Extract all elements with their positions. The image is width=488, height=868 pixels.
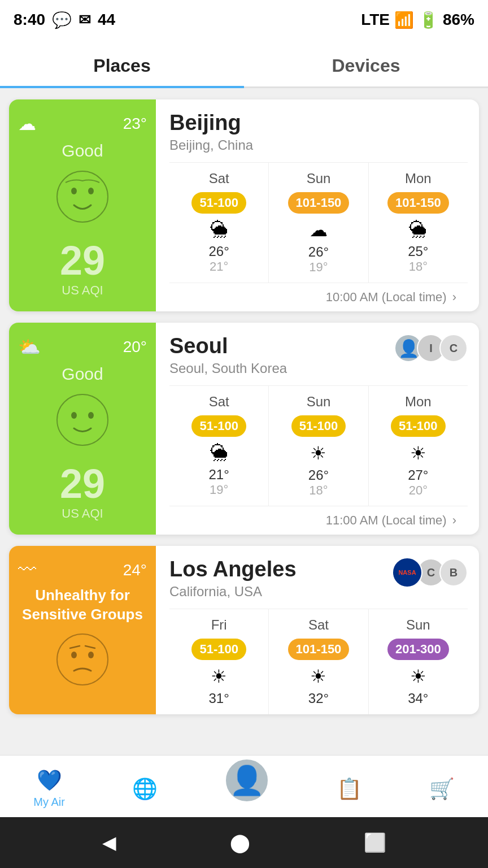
card-footer-seoul[interactable]: 11:00 AM (Local time) › xyxy=(169,506,468,535)
forecast-day-mon-seoul: Mon 51-100 ☀ 27° 20° xyxy=(369,386,468,506)
city-header-beijing: Beijing Beijing, China xyxy=(169,111,468,153)
face-icon-losangeles xyxy=(54,631,111,695)
gmail-icon: ✉ xyxy=(79,11,91,29)
avatar-b-losangeles: B xyxy=(439,558,468,587)
aqi-panel-losangeles: 〰 24° Unhealthy for Sensitive Groups xyxy=(9,546,156,714)
svg-point-6 xyxy=(57,634,108,685)
aqi-label-seoul: US AQI xyxy=(62,506,103,521)
aqi-number-seoul: 29 xyxy=(60,463,105,504)
tab-devices[interactable]: Devices xyxy=(244,40,488,86)
cart-icon: 🛒 xyxy=(429,777,455,801)
time: 8:40 xyxy=(14,11,45,29)
recent-button[interactable]: ⬜ xyxy=(364,832,386,853)
signal-icon: 📶 xyxy=(394,11,414,29)
face-icon-beijing xyxy=(54,168,111,232)
aqi-panel-beijing: ☁ 23° Good 29 US AQI xyxy=(9,99,156,311)
aqi-panel-seoul: ⛅ 20° Good 29 US AQI xyxy=(9,323,156,535)
nav-globe[interactable]: 🌐 xyxy=(132,777,158,801)
temp-seoul: 20° xyxy=(123,338,147,356)
bottom-nav: 💙 My Air 🌐 👤 📋 🛒 xyxy=(0,755,488,817)
svg-point-8 xyxy=(88,652,94,658)
notification-count: 44 xyxy=(98,11,115,29)
svg-point-2 xyxy=(88,188,94,194)
cloud-icon-seoul: ⛅ xyxy=(18,336,41,358)
aqi-top-seoul: ⛅ 20° xyxy=(18,336,147,358)
status-left: 8:40 💬 ✉ 44 xyxy=(14,11,115,29)
city-title-losangeles: Los Angeles California, USA xyxy=(169,557,297,600)
avatars-seoul: 👤 I C xyxy=(394,334,468,362)
temp-losangeles: 24° xyxy=(123,561,147,579)
forecast-grid-seoul: Sat 51-100 🌦 21° 19° Sun 51-100 ☀ 26° 18… xyxy=(169,385,468,506)
avatar-c-seoul: C xyxy=(439,334,468,362)
heart-icon: 💙 xyxy=(37,769,62,792)
forecast-grid-beijing: Sat 51-100 🌦 26° 21° Sun 101-150 ☁ 26° 1… xyxy=(169,162,468,283)
info-panel-beijing: Beijing Beijing, China Sat 51-100 🌦 26° … xyxy=(156,99,479,311)
avatars-losangeles: NASA C B xyxy=(392,557,468,588)
whatsapp-icon: 💬 xyxy=(52,11,72,29)
battery-icon: 🔋 xyxy=(419,11,438,29)
card-footer-beijing[interactable]: 10:00 AM (Local time) › xyxy=(169,283,468,311)
lte-label: LTE xyxy=(361,11,390,29)
forecast-day-mon-beijing: Mon 101-150 🌦 25° 18° xyxy=(369,163,468,283)
aqi-top-beijing: ☁ 23° xyxy=(18,113,147,134)
aqi-label-beijing: US AQI xyxy=(62,283,103,298)
forecast-day-fri-losangeles: Fri 51-100 ☀ 31° xyxy=(169,609,269,714)
cloud-icon-beijing: ☁ xyxy=(18,113,36,134)
temp-beijing: 23° xyxy=(123,115,147,133)
city-card-losangeles[interactable]: 〰 24° Unhealthy for Sensitive Groups Los… xyxy=(9,546,479,714)
forecast-day-sun-beijing: Sun 101-150 ☁ 26° 19° xyxy=(269,163,368,283)
nav-list[interactable]: 📋 xyxy=(337,777,362,801)
system-nav-bar: ◀ ⬤ ⬜ xyxy=(0,817,488,868)
chevron-right-icon-seoul: › xyxy=(452,513,456,528)
aqi-top-losangeles: 〰 24° xyxy=(18,559,147,580)
aqi-status-beijing: Good xyxy=(62,141,103,160)
svg-point-7 xyxy=(71,652,77,658)
tab-places[interactable]: Places xyxy=(0,40,244,86)
city-card-beijing[interactable]: ☁ 23° Good 29 US AQI Beijing Beiji xyxy=(9,99,479,311)
wave-icon-losangeles: 〰 xyxy=(18,559,36,580)
status-bar: 8:40 💬 ✉ 44 LTE 📶 🔋 86% xyxy=(0,0,488,40)
aqi-status-seoul: Good xyxy=(62,364,103,384)
forecast-grid-losangeles: Fri 51-100 ☀ 31° Sat 101-150 ☀ 32° S xyxy=(169,609,468,714)
city-card-seoul[interactable]: ⛅ 20° Good 29 US AQI Seoul Seoul, South … xyxy=(9,323,479,535)
main-content: ☁ 23° Good 29 US AQI Beijing Beiji xyxy=(0,88,488,755)
nav-cart[interactable]: 🛒 xyxy=(429,777,455,801)
svg-point-1 xyxy=(71,188,77,194)
tab-bar: Places Devices xyxy=(0,40,488,88)
svg-point-3 xyxy=(57,394,108,445)
forecast-day-sun-losangeles: Sun 201-300 ☀ 34° xyxy=(369,609,468,714)
nav-profile[interactable]: 👤 xyxy=(224,775,269,803)
profile-icon: 👤 xyxy=(224,758,269,803)
forecast-day-sat-beijing: Sat 51-100 🌦 26° 21° xyxy=(169,163,269,283)
battery-level: 86% xyxy=(443,11,474,29)
svg-point-4 xyxy=(71,412,77,419)
city-title-seoul: Seoul Seoul, South Korea xyxy=(169,334,287,376)
nav-myair[interactable]: 💙 My Air xyxy=(33,769,65,809)
face-icon-seoul xyxy=(54,392,111,455)
list-icon: 📋 xyxy=(337,777,362,801)
info-panel-seoul: Seoul Seoul, South Korea 👤 I C Sat 51-10… xyxy=(156,323,479,535)
back-button[interactable]: ◀ xyxy=(102,832,116,853)
globe-icon: 🌐 xyxy=(132,777,158,801)
svg-point-0 xyxy=(57,171,108,222)
city-header-losangeles: Los Angeles California, USA NASA C B xyxy=(169,557,468,600)
home-button[interactable]: ⬤ xyxy=(230,832,250,853)
avatar-nasa-losangeles: NASA xyxy=(392,557,422,588)
nav-myair-label: My Air xyxy=(33,796,65,809)
chevron-right-icon: › xyxy=(452,290,456,305)
info-panel-losangeles: Los Angeles California, USA NASA C B Fri… xyxy=(156,546,479,714)
status-right: LTE 📶 🔋 86% xyxy=(361,11,474,29)
aqi-status-losangeles: Unhealthy for Sensitive Groups xyxy=(18,586,147,624)
svg-point-5 xyxy=(88,412,94,419)
city-header-seoul: Seoul Seoul, South Korea 👤 I C xyxy=(169,334,468,376)
forecast-day-sun-seoul: Sun 51-100 ☀ 26° 18° xyxy=(269,386,368,506)
city-title-beijing: Beijing Beijing, China xyxy=(169,111,253,153)
forecast-day-sat-losangeles: Sat 101-150 ☀ 32° xyxy=(269,609,368,714)
aqi-number-beijing: 29 xyxy=(60,240,105,281)
forecast-day-sat-seoul: Sat 51-100 🌦 21° 19° xyxy=(169,386,269,506)
